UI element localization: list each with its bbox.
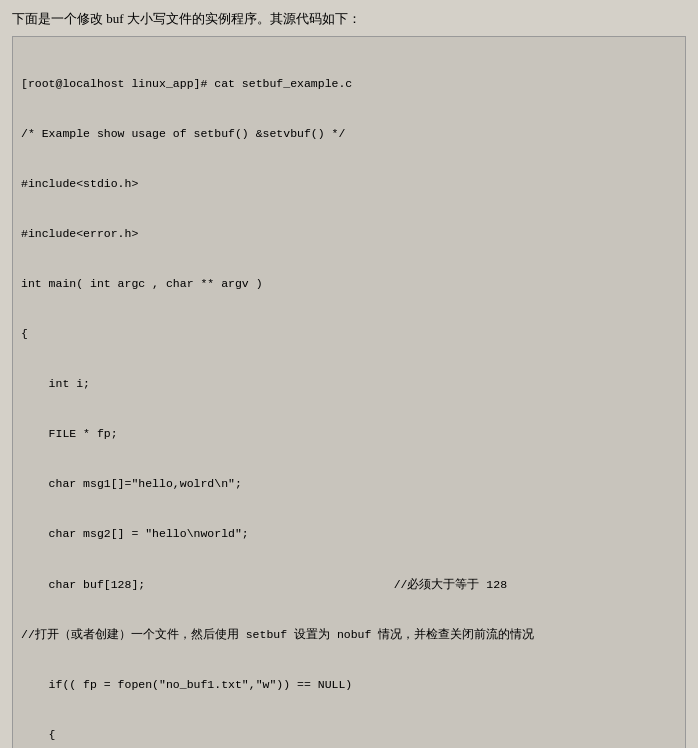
code-line-11: //打开（或者创建）一个文件，然后使用 setbuf 设置为 nobuf 情况，… xyxy=(21,627,677,644)
code-line-0: [root@localhost linux_app]# cat setbuf_e… xyxy=(21,76,677,93)
code-line-7: FILE * fp; xyxy=(21,426,677,443)
code-line-4: int main( int argc , char ** argv ) xyxy=(21,276,677,293)
intro-text: 下面是一个修改 buf 大小写文件的实例程序。其源代码如下： xyxy=(12,10,686,28)
code-line-12: if(( fp = fopen("no_buf1.txt","w")) == N… xyxy=(21,677,677,694)
page-container: 下面是一个修改 buf 大小写文件的实例程序。其源代码如下： [root@loc… xyxy=(0,0,698,748)
code-line-6: int i; xyxy=(21,376,677,393)
code-line-2: #include<stdio.h> xyxy=(21,176,677,193)
code-block: [root@localhost linux_app]# cat setbuf_e… xyxy=(12,36,686,748)
code-line-9: char msg2[] = "hello\nworld"; xyxy=(21,526,677,543)
code-line-5: { xyxy=(21,326,677,343)
code-line-8: char msg1[]="hello,wolrd\n"; xyxy=(21,476,677,493)
code-line-1: /* Example show usage of setbuf() &setvb… xyxy=(21,126,677,143)
code-line-3: #include<error.h> xyxy=(21,226,677,243)
code-line-13: { xyxy=(21,727,677,744)
code-line-10: char buf[128]; //必须大于等于 128 xyxy=(21,577,677,594)
